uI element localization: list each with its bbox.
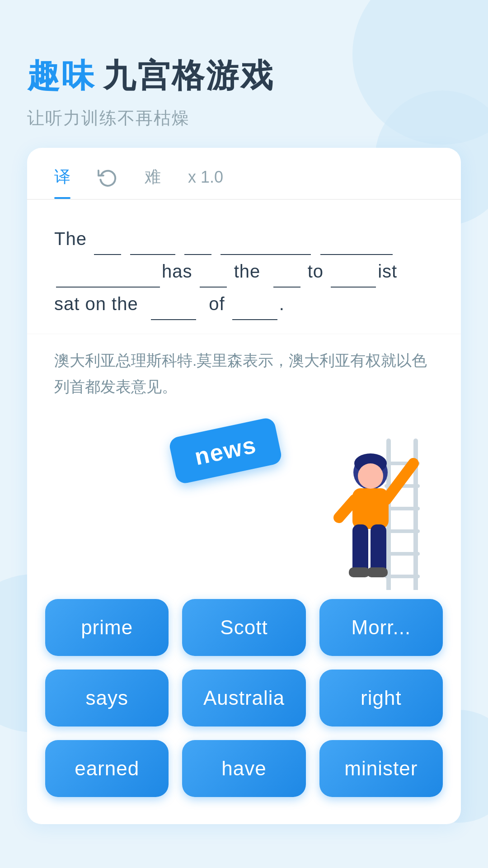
svg-rect-16 [367,567,388,577]
word-btn-minister[interactable]: minister [319,740,443,797]
tab-difficulty[interactable]: 难 [145,166,161,199]
svg-line-12 [339,500,355,518]
blank-6 [56,268,160,288]
word-btn-says[interactable]: says [45,670,169,726]
news-chip: news [168,416,283,485]
word-btn-prime[interactable]: prime [45,599,169,656]
blank-7 [200,268,227,288]
header: 趣味 九宫格游戏 让听力训练不再枯燥 [27,54,461,130]
word-btn-earned[interactable]: earned [45,740,169,797]
blank-9 [331,268,376,288]
blank-8 [273,268,300,288]
blank-11 [232,300,277,320]
sentence-text: The has the to ist sat on the of . [54,222,434,320]
tab-translate[interactable]: 译 [54,166,70,199]
tab-bar: 译 难 x 1.0 [27,148,461,200]
word-btn-australia[interactable]: Australia [182,670,305,726]
blank-4 [221,235,311,255]
word-btn-morrison[interactable]: Morr... [319,599,443,656]
translation-text: 澳大利亚总理斯科特.莫里森表示，澳大利亚有权就以色列首都发表意见。 [27,334,461,409]
svg-rect-13 [352,524,368,574]
blank-2 [130,235,175,255]
word-grid: prime Scott Morr... says Australia right… [27,599,461,797]
subtitle: 让听力训练不再枯燥 [27,107,461,130]
title-row: 趣味 九宫格游戏 [27,54,461,98]
title-highlight: 趣味 [27,54,96,98]
blank-3 [184,235,211,255]
sentence-area: The has the to ist sat on the of . [27,200,461,334]
svg-point-17 [358,463,383,489]
blank-10 [151,300,196,320]
word-btn-scott[interactable]: Scott [182,599,305,656]
word-btn-right[interactable]: right [319,670,443,726]
svg-rect-15 [349,567,370,577]
illustration-area: news [27,409,461,590]
game-card: 译 难 x 1.0 The has the to ist [27,148,461,824]
tab-refresh[interactable] [98,167,117,198]
person-illustration [316,418,443,590]
tab-speed[interactable]: x 1.0 [188,168,223,198]
word-btn-have[interactable]: have [182,740,305,797]
blank-1 [94,235,121,255]
blank-5 [320,235,393,255]
title-main: 九宫格游戏 [103,54,275,98]
svg-rect-14 [371,524,386,574]
svg-rect-10 [352,488,389,529]
refresh-icon [98,167,117,187]
